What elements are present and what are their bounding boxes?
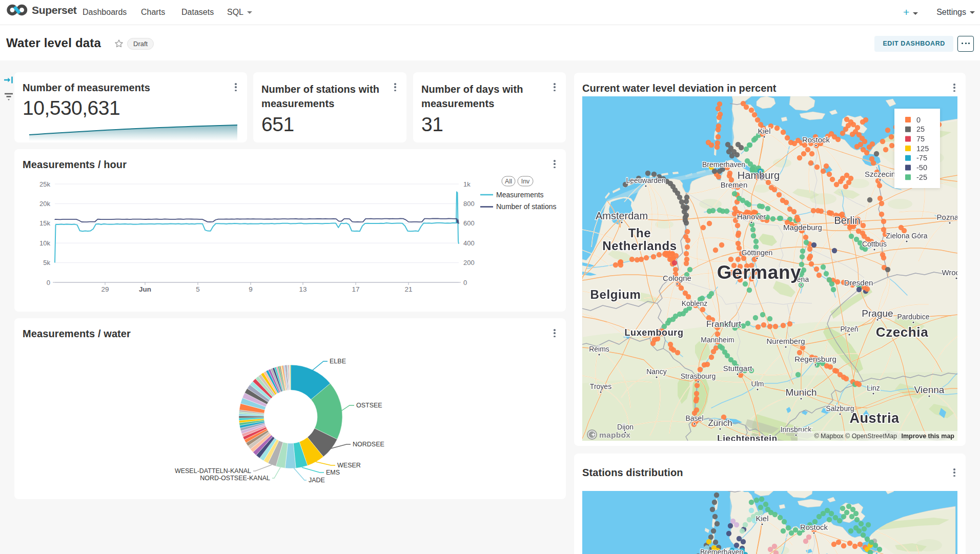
station-dot [684,199,689,204]
svg-text:10k: 10k [39,239,50,247]
station-dot [618,259,623,264]
station-dot [848,528,853,534]
station-dot [811,208,816,213]
legend-item-stations[interactable]: Number of stations [480,202,557,211]
station-dot [862,526,867,531]
legend-toggle-all[interactable]: All [502,176,515,186]
improve-this-map-link[interactable]: Improve this map [902,433,955,440]
station-dot [650,341,656,346]
map-legend: 02575125-75-50-25 [894,109,940,188]
svg-text:5: 5 [196,285,200,293]
station-dot [758,505,763,510]
nav-charts[interactable]: Charts [141,0,165,25]
station-dot [684,220,689,225]
legend-toggle-inv[interactable]: Inv [518,176,533,186]
station-dot [709,142,714,148]
station-dot [803,235,808,240]
station-dot [701,225,706,230]
svg-text:Inv: Inv [521,178,530,185]
card-menu-kebab-icon[interactable] [550,83,559,92]
svg-text:15k: 15k [39,219,50,227]
pie-label-line [272,467,280,478]
card-menu-kebab-icon[interactable] [232,83,240,92]
station-dot [854,517,860,522]
station-dot [879,212,884,217]
city-dot [872,393,874,395]
expand-filter-bar-icon[interactable] [3,75,14,86]
station-dot [715,140,720,146]
station-dot [828,364,833,370]
country-label: Luxembourg [624,327,683,338]
svg-text:9: 9 [249,285,253,293]
city-label: Basel [685,414,703,422]
station-dot [889,143,894,148]
station-dot [712,500,717,505]
station-dot [777,192,782,197]
svg-text:600: 600 [463,219,475,227]
superset-logo[interactable]: Superset [7,4,76,16]
nav-settings-menu[interactable]: Settings [936,8,975,17]
favorite-star-icon[interactable] [114,38,124,49]
city-dot [955,277,957,279]
station-dot [751,233,756,238]
sql-caret-icon [247,11,252,14]
kpi-value-stations: 651 [261,113,294,136]
city-dot [645,185,647,187]
card-menu-kebab-icon[interactable] [950,468,958,478]
station-dot [710,208,716,213]
station-dot [743,522,748,527]
card-title: Current water level deviation in percent [582,83,777,94]
nav-plus-menu[interactable]: + [903,6,918,18]
station-dot [714,521,720,526]
station-dot [809,151,814,156]
station-dot [768,547,773,552]
city-dot [795,434,797,436]
station-dot [840,506,845,511]
card-menu-kebab-icon[interactable] [950,84,958,93]
station-dot [717,101,722,107]
station-dot [832,248,837,253]
svg-text:Jun: Jun [139,285,151,293]
legend-item-measurements[interactable]: Measurements [480,191,544,199]
station-dot [867,197,872,202]
city-label: Pardubice [897,313,929,321]
station-dot [732,191,737,196]
card-measurements-per-hour: Measurements / hour 005k20010k40015k6002… [14,149,566,312]
city-dot [928,395,930,397]
station-dot [819,209,824,214]
station-dot [708,535,713,540]
mapbox-logo[interactable]: mapbox [587,429,630,440]
station-dot [754,498,759,503]
city-label: Kiel [756,514,768,523]
pie-label-line [342,405,354,411]
station-dot [685,244,690,250]
station-dot [716,124,721,129]
pie-label: OSTSEE [356,402,382,409]
dashboard-more-button[interactable] [957,36,974,52]
station-dot [803,539,808,544]
svg-text:-25: -25 [916,173,927,181]
station-dot [707,221,712,226]
line-chart[interactable]: 005k20010k40015k60020k80025k1k29Jun59131… [14,149,566,312]
station-dot [746,202,751,207]
filter-icon[interactable] [3,91,14,102]
station-dot [880,252,885,257]
edit-dashboard-button[interactable]: EDIT DASHBOARD [874,36,953,52]
city-label: Zurich [708,418,732,428]
card-number-of-days: Number of days with measurements 31 [413,72,566,142]
deviation-map[interactable]: LeeuwardenAmsterdamBremerhavenHamburgBre… [582,96,957,441]
card-menu-kebab-icon[interactable] [391,83,399,92]
city-label: Cottbus [862,240,887,248]
nav-datasets[interactable]: Datasets [181,0,214,25]
donut-chart[interactable]: ELBEOSTSEENORDSEEWESEREMSJADENORD-OSTSEE… [14,318,566,499]
country-label: Belgium [590,288,641,301]
station-dot [706,539,711,544]
station-dot [694,391,699,396]
city-label: Kiel [758,127,770,135]
nav-dashboards[interactable]: Dashboards [83,0,127,25]
city-dot [600,391,602,393]
stations-map[interactable]: KielRostockBremerhaven [582,491,957,554]
nav-sql[interactable]: SQL [227,0,252,25]
station-dot [767,324,772,329]
station-dot [755,117,760,122]
